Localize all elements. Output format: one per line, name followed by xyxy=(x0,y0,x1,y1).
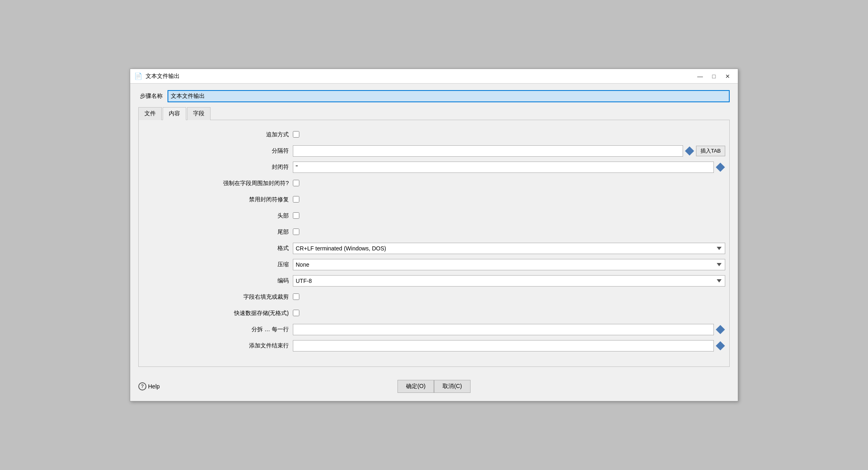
diamond-icon-3 xyxy=(716,325,725,334)
add-ending-line-input-group xyxy=(293,340,725,351)
footer-label: 尾部 xyxy=(139,229,293,236)
compression-label: 压缩 xyxy=(139,261,293,268)
step-name-input[interactable] xyxy=(168,90,730,102)
fast-data-dump-row: 快速数据存储(无格式) xyxy=(139,307,729,320)
enclosure-input-group xyxy=(293,162,725,173)
delimiter-label: 分隔符 xyxy=(139,147,293,155)
right-pad-checkbox[interactable] xyxy=(293,293,299,300)
delimiter-input[interactable] xyxy=(293,145,683,157)
force-enclosure-control xyxy=(293,180,725,188)
format-select[interactable]: CR+LF terminated (Windows, DOS) LF termi… xyxy=(293,243,725,254)
close-button[interactable]: ✕ xyxy=(722,71,734,81)
add-ending-line-input[interactable] xyxy=(293,340,714,351)
force-enclosure-label: 强制在字段周围加封闭符? xyxy=(139,180,293,187)
encoding-select[interactable]: UTF-8 UTF-16 ISO-8859-1 GB2312 GBK xyxy=(293,275,725,287)
disable-enclosure-control xyxy=(293,196,725,204)
enclosure-diamond-button[interactable] xyxy=(715,162,725,172)
tab-bar: 文件 内容 字段 xyxy=(138,107,730,120)
header-control xyxy=(293,212,725,220)
encoding-row: 编码 UTF-8 UTF-16 ISO-8859-1 GB2312 GBK xyxy=(139,274,729,287)
add-ending-line-diamond-button[interactable] xyxy=(715,341,725,351)
add-ending-line-label: 添加文件结束行 xyxy=(139,342,293,349)
right-pad-label: 字段右填充或裁剪 xyxy=(139,293,293,301)
window-controls: — □ ✕ xyxy=(694,71,734,81)
delimiter-row: 分隔符 插入TAB xyxy=(139,144,729,157)
insert-tab-button[interactable]: 插入TAB xyxy=(696,146,725,156)
fast-data-dump-label: 快速数据存储(无格式) xyxy=(139,310,293,317)
enclosure-label: 封闭符 xyxy=(139,164,293,171)
append-mode-checkbox[interactable] xyxy=(293,131,299,138)
step-name-row: 步骤名称 xyxy=(138,90,730,102)
format-row: 格式 CR+LF terminated (Windows, DOS) LF te… xyxy=(139,242,729,255)
right-pad-row: 字段右填充或裁剪 xyxy=(139,291,729,304)
confirm-button[interactable]: 确定(O) xyxy=(397,380,434,393)
split-every-row-input[interactable] xyxy=(293,324,714,335)
format-control: CR+LF terminated (Windows, DOS) LF termi… xyxy=(293,243,725,254)
enclosure-input[interactable] xyxy=(293,162,714,173)
force-enclosure-row: 强制在字段周围加封闭符? xyxy=(139,177,729,190)
split-every-row-label: 分拆 … 每一行 xyxy=(139,326,293,333)
compression-control: None GZip BZip2 Zip Snappy Hadoop-snappy xyxy=(293,259,725,270)
disable-enclosure-checkbox[interactable] xyxy=(293,196,299,203)
diamond-icon xyxy=(685,147,694,156)
append-mode-row: 追加方式 xyxy=(139,128,729,141)
append-mode-control xyxy=(293,131,725,139)
diamond-icon-2 xyxy=(716,163,725,172)
format-label: 格式 xyxy=(139,245,293,252)
tab-fields[interactable]: 字段 xyxy=(187,107,211,120)
tab-file[interactable]: 文件 xyxy=(138,107,162,120)
compression-select[interactable]: None GZip BZip2 Zip Snappy Hadoop-snappy xyxy=(293,259,725,270)
encoding-select-wrapper: UTF-8 UTF-16 ISO-8859-1 GB2312 GBK xyxy=(293,275,725,287)
add-ending-line-control xyxy=(293,340,725,351)
split-every-row-input-group xyxy=(293,324,725,335)
fast-data-dump-checkbox[interactable] xyxy=(293,310,299,316)
cancel-button[interactable]: 取消(C) xyxy=(434,380,471,393)
minimize-button[interactable]: — xyxy=(694,71,706,81)
maximize-button[interactable]: □ xyxy=(708,71,720,81)
footer-control xyxy=(293,229,725,236)
disable-enclosure-label: 禁用封闭符修复 xyxy=(139,196,293,203)
split-every-row-control xyxy=(293,324,725,335)
help-icon: ? xyxy=(138,382,146,390)
split-every-row-diamond-button[interactable] xyxy=(715,325,725,334)
main-window: 📄 文本文件输出 — □ ✕ 步骤名称 文件 内容 字段 xyxy=(130,69,738,401)
encoding-control: UTF-8 UTF-16 ISO-8859-1 GB2312 GBK xyxy=(293,275,725,287)
title-bar: 📄 文本文件输出 — □ ✕ xyxy=(130,69,738,84)
force-enclosure-checkbox[interactable] xyxy=(293,180,299,186)
header-row: 头部 xyxy=(139,209,729,222)
footer-row: 尾部 xyxy=(139,226,729,239)
tab-panel-content: 追加方式 分隔符 插入TAB xyxy=(138,120,730,367)
content-area: 步骤名称 文件 内容 字段 追加方式 xyxy=(130,84,738,373)
delimiter-diamond-button[interactable] xyxy=(685,146,694,156)
add-ending-line-row: 添加文件结束行 xyxy=(139,339,729,352)
header-checkbox[interactable] xyxy=(293,212,299,219)
compression-row: 压缩 None GZip BZip2 Zip Snappy Hadoop-sna… xyxy=(139,258,729,271)
tab-content[interactable]: 内容 xyxy=(163,107,186,120)
delimiter-input-group: 插入TAB xyxy=(293,145,725,157)
compression-select-wrapper: None GZip BZip2 Zip Snappy Hadoop-snappy xyxy=(293,259,725,270)
split-every-row-row: 分拆 … 每一行 xyxy=(139,323,729,336)
help-button[interactable]: ? Help xyxy=(138,382,160,390)
delimiter-control: 插入TAB xyxy=(293,145,725,157)
footer: ? Help 确定(O) 取消(C) xyxy=(130,373,738,401)
encoding-label: 编码 xyxy=(139,277,293,285)
footer-checkbox[interactable] xyxy=(293,229,299,235)
fast-data-dump-control xyxy=(293,310,725,317)
window-title: 文本文件输出 xyxy=(146,73,694,80)
enclosure-row: 封闭符 xyxy=(139,161,729,174)
enclosure-control xyxy=(293,162,725,173)
disable-enclosure-row: 禁用封闭符修复 xyxy=(139,193,729,206)
diamond-icon-4 xyxy=(716,341,725,351)
header-label: 头部 xyxy=(139,212,293,220)
append-mode-label: 追加方式 xyxy=(139,131,293,138)
window-icon: 📄 xyxy=(134,72,142,80)
right-pad-control xyxy=(293,293,725,301)
step-name-label: 步骤名称 xyxy=(138,93,163,100)
format-select-wrapper: CR+LF terminated (Windows, DOS) LF termi… xyxy=(293,243,725,254)
